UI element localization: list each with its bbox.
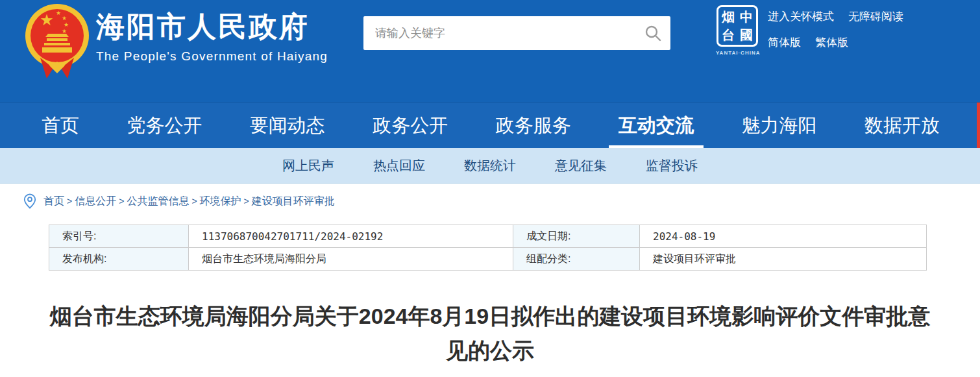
article-title: 烟台市生态环境局海阳分局关于2024年8月19日拟作出的建设项目环境影响评价文件… — [42, 299, 938, 367]
nav-item-home[interactable]: 首页 — [42, 103, 79, 148]
seal-char: 烟 — [722, 10, 735, 23]
subnav-item-online-voice[interactable]: 网上民声 — [282, 157, 334, 175]
search-icon[interactable] — [644, 25, 661, 42]
svg-text:★: ★ — [64, 21, 69, 28]
category-value: 建设项目环评审批 — [640, 248, 927, 271]
site-subtitle: The People's Government of Haiyang — [96, 49, 328, 64]
seal-characters: 烟 中 台 國 — [717, 5, 758, 47]
breadcrumb-public-supervision[interactable]: 公共监管信息 — [127, 195, 189, 208]
nav-item-charming-haiyang[interactable]: 魅力海阳 — [742, 103, 817, 148]
svg-text:★: ★ — [40, 11, 54, 29]
care-mode-link[interactable]: 进入关怀模式 — [768, 9, 834, 24]
issuing-agency-value: 烟台市生态环境局海阳分局 — [189, 248, 513, 271]
traditional-chinese-link[interactable]: 繁体版 — [815, 35, 848, 50]
seal-char: 國 — [740, 29, 753, 42]
simplified-chinese-link[interactable]: 简体版 — [768, 35, 801, 50]
table-row: 索引号: 113706870042701711/2024-02192 成文日期:… — [49, 225, 927, 248]
svg-text:★: ★ — [56, 10, 61, 16]
breadcrumb-separator: > — [119, 196, 124, 206]
subnav-item-hot-response[interactable]: 热点回应 — [373, 157, 425, 175]
right-edge-red-strip — [977, 103, 980, 148]
header-quick-links: 进入关怀模式 无障碍阅读 简体版 繁体版 — [768, 9, 903, 61]
site-header: ★ ★ ★ ★ ★ 海阳市人民政府 The People's Governmen… — [0, 0, 980, 102]
site-title: 海阳市人民政府 — [96, 10, 328, 43]
nav-item-party-affairs[interactable]: 党务公开 — [127, 103, 202, 148]
nav-item-news[interactable]: 要闻动态 — [250, 103, 325, 148]
subnav-item-opinion-collection[interactable]: 意见征集 — [555, 157, 607, 175]
category-label: 组配分类: — [513, 248, 640, 271]
nav-item-gov-disclosure[interactable]: 政务公开 — [373, 103, 448, 148]
page-content: 首页 > 信息公开 > 公共监管信息 > 环境保护 > 建设项目环评审批 索引号… — [0, 184, 980, 367]
svg-text:★: ★ — [62, 15, 67, 21]
issuing-agency-label: 发布机构: — [49, 248, 189, 271]
nav-item-open-data[interactable]: 数据开放 — [864, 103, 940, 148]
subnav-item-data-statistics[interactable]: 数据统计 — [464, 157, 516, 175]
breadcrumb-environment[interactable]: 环境保护 — [200, 195, 241, 208]
table-row: 发布机构: 烟台市生态环境局海阳分局 组配分类: 建设项目环评审批 — [49, 248, 927, 271]
yantai-china-seal-logo[interactable]: 烟 中 台 國 YANTAI·CHINA — [716, 5, 759, 56]
breadcrumb-separator: > — [191, 196, 197, 206]
location-pin-icon — [23, 193, 36, 209]
issue-date-value: 2024-08-19 — [640, 225, 927, 248]
breadcrumb-info-disclosure[interactable]: 信息公开 — [75, 195, 116, 208]
document-meta-table: 索引号: 113706870042701711/2024-02192 成文日期:… — [49, 225, 927, 271]
accessibility-link[interactable]: 无障碍阅读 — [848, 9, 903, 24]
issue-date-label: 成文日期: — [513, 225, 640, 248]
breadcrumb-separator: > — [67, 196, 72, 206]
search-box — [363, 16, 670, 50]
breadcrumb-eia-approval[interactable]: 建设项目环评审批 — [252, 195, 335, 208]
site-brand[interactable]: 海阳市人民政府 The People's Government of Haiya… — [96, 10, 328, 64]
national-emblem-logo[interactable]: ★ ★ ★ ★ ★ — [25, 3, 90, 82]
sub-nav: 网上民声 热点回应 数据统计 意见征集 监督投诉 — [0, 148, 980, 184]
breadcrumb-home[interactable]: 首页 — [43, 195, 64, 208]
svg-text:★: ★ — [62, 28, 67, 34]
index-number-value: 113706870042701711/2024-02192 — [189, 225, 513, 248]
nav-item-interaction[interactable]: 互动交流 — [619, 103, 694, 148]
breadcrumb: 首页 > 信息公开 > 公共监管信息 > 环境保护 > 建设项目环评审批 — [23, 193, 980, 209]
breadcrumb-separator: > — [244, 196, 249, 206]
seal-char: 中 — [740, 10, 753, 23]
seal-caption: YANTAI·CHINA — [716, 50, 759, 56]
seal-char: 台 — [722, 29, 735, 42]
nav-item-gov-services[interactable]: 政务服务 — [496, 103, 571, 148]
main-nav: 首页 党务公开 要闻动态 政务公开 政务服务 互动交流 魅力海阳 数据开放 — [0, 102, 980, 148]
index-number-label: 索引号: — [49, 225, 189, 248]
subnav-item-supervision-complaint[interactable]: 监督投诉 — [646, 157, 698, 175]
search-input[interactable] — [363, 16, 644, 50]
